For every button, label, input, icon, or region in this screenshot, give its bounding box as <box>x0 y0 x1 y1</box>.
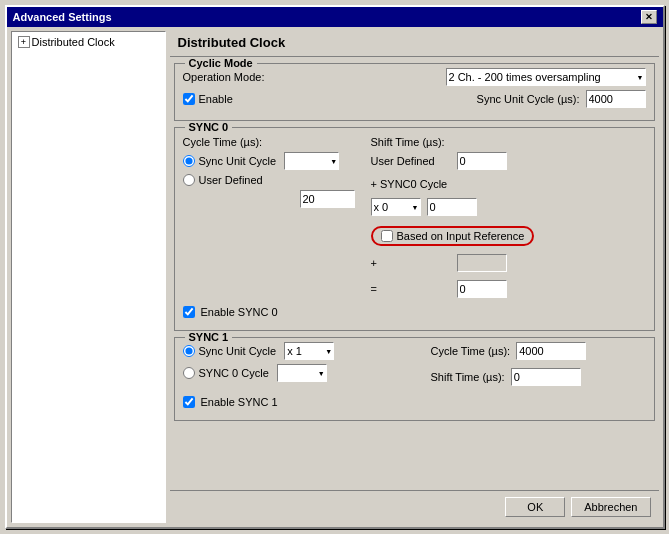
cycle-time-label-s0: Cycle Time (µs): <box>183 136 363 148</box>
plus-sync0-cycle-label-row: + SYNC0 Cycle <box>371 178 646 190</box>
cycle-time-label-s1: Cycle Time (µs): <box>431 345 511 357</box>
expand-icon[interactable]: + <box>18 36 30 48</box>
cyclic-mode-legend: Cyclic Mode <box>185 57 257 69</box>
user-defined-radio-label-s0: User Defined <box>199 174 263 186</box>
user-defined-radio-s0[interactable] <box>183 174 195 186</box>
sync-unit-cycle-radio-row-s1: Sync Unit Cycle x 1 x 2 <box>183 342 423 360</box>
panel-title: Distributed Clock <box>170 31 659 57</box>
title-bar: Advanced Settings ✕ <box>7 7 663 27</box>
main-panel: Distributed Clock Cyclic Mode Operation … <box>170 31 659 523</box>
s1-sync0-select[interactable] <box>277 364 327 382</box>
enable-sync1-label: Enable SYNC 1 <box>201 396 278 408</box>
cycle-time-input-s0[interactable] <box>300 190 355 208</box>
based-on-input-ref-checkbox[interactable] <box>381 230 393 242</box>
sync-unit-cycle-label: Sync Unit Cycle (µs): <box>477 93 580 105</box>
enable-checkbox-row: Enable <box>183 93 233 105</box>
user-defined-shift-input[interactable] <box>457 152 507 170</box>
multiplier-select-s0[interactable]: x 0 x 1 x 2 <box>371 198 421 216</box>
s1-multiplier-select[interactable]: x 1 x 2 <box>284 342 334 360</box>
total-input-s0[interactable] <box>457 280 507 298</box>
sync-unit-cycle-row: Sync Unit Cycle (µs): <box>477 90 646 108</box>
sync0-left: Cycle Time (µs): Sync Unit Cycle <box>183 136 363 300</box>
cycle-time-input-s1[interactable] <box>516 342 586 360</box>
cycle-time-row-s1: Cycle Time (µs): <box>431 342 587 360</box>
sync0-cycle-radio-s1[interactable] <box>183 367 195 379</box>
enable-sync1-checkbox[interactable] <box>183 396 195 408</box>
operation-mode-row: Operation Mode: 2 Ch. - 200 times oversa… <box>183 68 646 86</box>
cycle-time-value-row <box>183 190 355 208</box>
shift-time-label-s0: Shift Time (µs): <box>371 136 646 148</box>
sync0-inner: Cycle Time (µs): Sync Unit Cycle <box>183 136 646 300</box>
multiplier-row-s0: x 0 x 1 x 2 <box>371 198 646 216</box>
enable-row: Enable Sync Unit Cycle (µs): <box>183 90 646 108</box>
cancel-button[interactable]: Abbrechen <box>571 497 650 517</box>
sidebar: + Distributed Clock <box>11 31 166 523</box>
close-icon: ✕ <box>645 12 653 22</box>
sync0-group: SYNC 0 Cycle Time (µs): Sync Unit Cycle <box>174 127 655 331</box>
operation-mode-label: Operation Mode: <box>183 71 265 83</box>
sync-unit-cycle-input[interactable] <box>586 90 646 108</box>
user-defined-radio-row-s0: User Defined <box>183 174 363 186</box>
sync-unit-cycle-radio[interactable] <box>183 155 195 167</box>
plus-symbol: + <box>371 257 451 269</box>
sidebar-item-label: Distributed Clock <box>32 36 115 48</box>
plus-input-s0[interactable] <box>457 254 507 272</box>
enable-sync0-label: Enable SYNC 0 <box>201 306 278 318</box>
sync0-cycle-radio-row-s1: SYNC 0 Cycle <box>183 364 423 382</box>
sync-unit-cycle-radio-s1[interactable] <box>183 345 195 357</box>
content-area: + Distributed Clock Distributed Clock Cy… <box>7 27 663 527</box>
sync1-left: Sync Unit Cycle x 1 x 2 SYNC 0 Cycle <box>183 342 423 390</box>
enable-sync0-row: Enable SYNC 0 <box>183 306 646 318</box>
enable-sync1-row: Enable SYNC 1 <box>183 396 646 408</box>
sync0-right: Shift Time (µs): User Defined + SYNC0 Cy… <box>371 136 646 300</box>
sync1-inner: Sync Unit Cycle x 1 x 2 SYNC 0 Cycle <box>183 342 646 390</box>
sync0-cycle-input[interactable] <box>427 198 477 216</box>
sync-unit-cycle-radio-row: Sync Unit Cycle <box>183 152 363 170</box>
s1-multiplier-combo-wrapper: x 1 x 2 <box>284 342 334 360</box>
user-defined-shift-row: User Defined <box>371 152 646 170</box>
s1-sync0-combo-wrapper <box>277 364 327 382</box>
window-title: Advanced Settings <box>13 11 112 23</box>
sync-unit-cycle-combo-wrapper <box>284 152 339 170</box>
bottom-bar: OK Abbrechen <box>170 490 659 523</box>
sync1-group: SYNC 1 Sync Unit Cycle x 1 x 2 <box>174 337 655 421</box>
sync0-legend: SYNC 0 <box>185 121 233 133</box>
sync0-cycle-radio-label-s1: SYNC 0 Cycle <box>199 367 269 379</box>
sync1-legend: SYNC 1 <box>185 331 233 343</box>
operation-mode-combo-wrapper: 2 Ch. - 200 times oversampling <box>446 68 646 86</box>
based-on-input-ref-label: Based on Input Reference <box>397 230 525 242</box>
shift-time-label-s1: Shift Time (µs): <box>431 371 505 383</box>
ok-button[interactable]: OK <box>505 497 565 517</box>
advanced-settings-window: Advanced Settings ✕ + Distributed Clock … <box>5 5 665 529</box>
sync-unit-cycle-radio-label: Sync Unit Cycle <box>199 155 277 167</box>
shift-time-input-s1[interactable] <box>511 368 581 386</box>
sidebar-item-distributed-clock[interactable]: + Distributed Clock <box>14 34 163 50</box>
based-on-input-ref-container: Based on Input Reference <box>371 226 535 246</box>
sync-unit-cycle-radio-label-s1: Sync Unit Cycle <box>199 345 277 357</box>
enable-label: Enable <box>199 93 233 105</box>
enable-checkbox[interactable] <box>183 93 195 105</box>
equals-row-s0: = <box>371 280 646 298</box>
multiplier-combo-wrapper-s0: x 0 x 1 x 2 <box>371 198 421 216</box>
enable-sync0-checkbox[interactable] <box>183 306 195 318</box>
equals-symbol: = <box>371 283 451 295</box>
shift-time-row-s1: Shift Time (µs): <box>431 368 587 386</box>
user-defined-shift-label: User Defined <box>371 155 451 167</box>
sync1-right: Cycle Time (µs): Shift Time (µs): <box>431 342 587 390</box>
plus-sync0-cycle-label: + SYNC0 Cycle <box>371 178 451 190</box>
sync-unit-cycle-select-s0[interactable] <box>284 152 339 170</box>
close-button[interactable]: ✕ <box>641 10 657 24</box>
cyclic-mode-group: Cyclic Mode Operation Mode: 2 Ch. - 200 … <box>174 63 655 121</box>
plus-row-s0: + <box>371 254 646 272</box>
operation-mode-select[interactable]: 2 Ch. - 200 times oversampling <box>446 68 646 86</box>
